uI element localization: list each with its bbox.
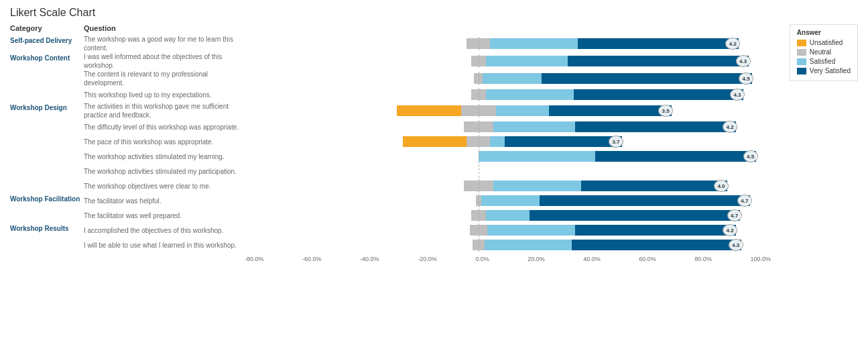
- zero-line: [479, 179, 479, 193]
- legend-color-box: [797, 68, 806, 74]
- legend-panel: Answer UnsatisfiedNeutralSatisfiedVery S…: [771, 24, 858, 262]
- legend-label: Very Satisfied: [810, 67, 851, 74]
- chart-main: Category Question Self-paced DeliveryThe…: [10, 24, 771, 262]
- table-row: The difficulty level of this workshop wa…: [10, 119, 771, 134]
- bar-unsatisfied: [403, 136, 467, 147]
- question-cell: The activities in this workshop gave me …: [84, 102, 245, 119]
- category-cell: Workshop Content: [10, 52, 84, 62]
- score-badge: 3.5: [658, 105, 673, 117]
- score-badge: 4.7: [727, 209, 742, 221]
- legend-item: Neutral: [797, 48, 851, 56]
- score-badge: 4.3: [729, 239, 743, 251]
- question-cell: This workshop lived up to my expectation…: [84, 91, 245, 99]
- bar-satisfied: [493, 121, 575, 132]
- bar-very-satisfied: [595, 151, 756, 162]
- table-row: Workshop DesignThe activities in this wo…: [10, 102, 771, 119]
- bar-neutral-right: [479, 89, 486, 100]
- bar-area: 4.3: [245, 88, 771, 101]
- bar-neutral-right: [479, 225, 487, 236]
- col-chart-header: [245, 24, 771, 32]
- legend-color-box: [797, 40, 806, 46]
- table-row: Workshop ResultsI accomplished the objec…: [10, 223, 771, 238]
- category-cell: Workshop Results: [10, 223, 84, 232]
- category-cell: [10, 70, 84, 72]
- bar-satisfied: [481, 195, 540, 206]
- bar-neutral-right: [479, 136, 490, 147]
- bar-neutral-left: [471, 210, 479, 221]
- bar-neutral-right: [479, 181, 493, 191]
- bar-satisfied: [490, 38, 578, 49]
- legend-item: Satisfied: [797, 58, 851, 65]
- bar-very-satisfied: [572, 240, 741, 250]
- question-cell: The workshop objectives were clear to me…: [84, 182, 245, 191]
- category-cell: [10, 178, 84, 181]
- bar-area: 4.2: [245, 37, 771, 50]
- bar-area: 4.0: [245, 179, 771, 193]
- bar-neutral-right: [479, 121, 493, 132]
- score-badge: 4.2: [723, 121, 737, 133]
- table-row: I will be able to use what I learned in …: [10, 238, 771, 252]
- bar-neutral-left: [467, 136, 478, 147]
- axis-labels: -80.0%-60.0%-40.0%-20.0%0.0%20.0%40.0%60…: [245, 254, 771, 262]
- bar-area: 3.5: [245, 104, 771, 117]
- zero-line: [479, 54, 479, 68]
- question-cell: I was well informed about the objectives…: [84, 52, 245, 70]
- bar-satisfied: [486, 89, 574, 100]
- question-cell: The difficulty level of this workshop wa…: [84, 123, 245, 132]
- bar-neutral-right: [479, 38, 490, 49]
- legend-items: UnsatisfiedNeutralSatisfiedVery Satisfie…: [797, 39, 851, 74]
- zero-line: [479, 135, 479, 148]
- page-title: Likert Scale Chart: [10, 7, 858, 19]
- axis-spacer: [10, 254, 245, 262]
- bar-satisfied: [487, 225, 575, 236]
- bar-very-satisfied: [549, 105, 672, 116]
- zero-line: [479, 37, 479, 50]
- bar-very-satisfied: [530, 210, 740, 221]
- bar-neutral-right: [479, 56, 486, 66]
- table-row: Workshop ContentI was well informed abou…: [10, 52, 771, 70]
- score-badge: 4.7: [737, 195, 752, 207]
- bar-satisfied: [493, 181, 581, 191]
- bar-area: 4.7: [245, 194, 771, 207]
- legend-title: Answer: [797, 29, 851, 36]
- bar-very-satisfied: [581, 181, 727, 191]
- question-cell: I accomplished the objectives of this wo…: [84, 226, 245, 235]
- score-badge: 4.5: [739, 72, 753, 85]
- bar-very-satisfied: [575, 121, 736, 132]
- zero-line: [479, 72, 479, 85]
- bar-satisfied: [486, 56, 568, 66]
- table-row: The workshop objectives were clear to me…: [10, 178, 771, 193]
- bar-area: 4.3: [245, 238, 771, 252]
- question-cell: I will be able to use what I learned in …: [84, 241, 245, 250]
- legend-color-box: [797, 49, 806, 56]
- zero-line: [479, 194, 479, 207]
- table-row: The workshop activities stimulated my le…: [10, 149, 771, 164]
- chart-rows: Self-paced DeliveryThe workshop was a go…: [10, 35, 771, 252]
- zero-line: [479, 88, 479, 101]
- legend-label: Unsatisfied: [810, 39, 843, 46]
- bar-satisfied: [479, 151, 595, 162]
- zero-line: [479, 120, 479, 134]
- bar-neutral-left: [473, 240, 479, 250]
- bar-satisfied: [486, 210, 530, 221]
- bar-area: 3.7: [245, 135, 771, 148]
- bar-very-satisfied: [542, 73, 752, 84]
- legend-color-box: [797, 58, 806, 65]
- table-row: Workshop FacilitationThe facilitator was…: [10, 193, 771, 208]
- table-row: This workshop lived up to my expectation…: [10, 87, 771, 102]
- zero-line: [479, 150, 479, 163]
- question-cell: The workshop was a good way for me to le…: [84, 35, 245, 52]
- bar-satisfied: [496, 105, 549, 116]
- category-cell: [10, 238, 84, 240]
- bar-area: 4.2: [245, 120, 771, 134]
- category-cell: [10, 164, 84, 166]
- question-cell: The facilitator was well prepared.: [84, 211, 245, 220]
- bar-neutral-right: [479, 210, 486, 221]
- bar-very-satisfied: [578, 38, 739, 49]
- table-row: The content is relevant to my profession…: [10, 70, 771, 87]
- category-cell: Workshop Design: [10, 102, 84, 111]
- bar-neutral-left: [471, 56, 479, 66]
- category-cell: [10, 87, 84, 89]
- bar-area: 4.5: [245, 150, 771, 163]
- category-cell: [10, 208, 84, 210]
